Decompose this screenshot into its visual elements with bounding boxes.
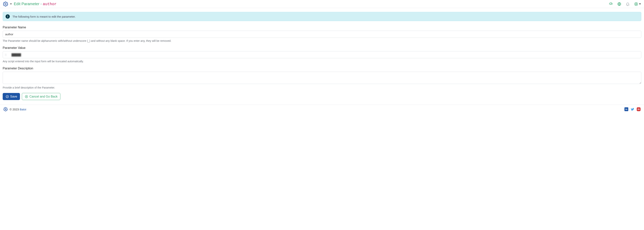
footer-copyright: © 2023 Batoi	[10, 108, 26, 111]
svg-point-0	[5, 3, 6, 4]
cancel-button-label: Cancel and Go Back	[29, 95, 58, 98]
topbar-right	[609, 2, 641, 6]
svg-point-7	[5, 109, 6, 110]
dashboard-icon[interactable]	[609, 2, 613, 6]
footer: © 2023 Batoi in m	[0, 105, 644, 114]
label-parameter-value: Parameter Value	[3, 46, 641, 50]
textarea-parameter-description[interactable]	[3, 72, 641, 84]
help-parameter-value: Any script entered into the input form w…	[3, 60, 641, 63]
topbar-left: Edit Parameter - author	[3, 2, 56, 6]
mastodon-icon[interactable]: m	[637, 107, 640, 111]
footer-brand-gear-icon[interactable]	[4, 107, 8, 111]
chevron-down-icon	[639, 4, 641, 4]
group-parameter-description: Parameter Description Provide a brief de…	[3, 67, 641, 89]
arrow-left-circle-icon	[25, 95, 28, 98]
input-parameter-value[interactable]	[3, 51, 641, 58]
user-menu[interactable]	[634, 2, 641, 6]
help-parameter-description: Provide a brief description of the Param…	[3, 86, 641, 89]
group-parameter-value: Parameter Value ∷∷ █████ Any script ente…	[3, 46, 641, 63]
page-title: Edit Parameter - author	[14, 2, 56, 6]
linkedin-icon[interactable]: in	[624, 107, 628, 111]
svg-point-5	[6, 95, 8, 98]
globe-icon[interactable]	[617, 2, 622, 6]
page-title-param: author	[43, 2, 56, 6]
label-parameter-name: Parameter Name	[3, 26, 641, 29]
footer-brand-link[interactable]: Batoi	[20, 108, 26, 111]
form-actions: Save Cancel and Go Back	[3, 93, 641, 100]
save-button-label: Save	[10, 95, 17, 98]
page-title-separator: -	[39, 2, 43, 6]
footer-social: in m	[624, 107, 640, 111]
topbar: Edit Parameter - author	[0, 0, 644, 8]
footer-copyright-text: © 2023	[10, 108, 20, 111]
info-banner: ! The following form is meant to edit th…	[3, 12, 641, 21]
footer-left: © 2023 Batoi	[4, 107, 26, 111]
cancel-button[interactable]: Cancel and Go Back	[22, 93, 60, 100]
label-parameter-description: Parameter Description	[3, 67, 641, 70]
brand-menu-caret-icon[interactable]	[10, 4, 12, 4]
svg-point-1	[611, 4, 611, 4]
save-button[interactable]: Save	[3, 93, 20, 100]
info-icon: !	[6, 14, 10, 18]
page-title-prefix: Edit Parameter	[14, 2, 39, 6]
brand-gear-icon[interactable]	[3, 2, 8, 6]
svg-point-4	[636, 3, 637, 4]
group-parameter-name: Parameter Name The Parameter name should…	[3, 26, 641, 42]
input-parameter-name[interactable]	[3, 31, 641, 38]
bell-icon[interactable]	[626, 2, 630, 6]
info-banner-text: The following form is meant to edit the …	[12, 15, 76, 18]
check-circle-icon	[6, 95, 9, 98]
twitter-icon[interactable]	[630, 107, 634, 111]
help-parameter-name: The Parameter name should be alphanumeri…	[3, 39, 641, 42]
main-content: ! The following form is meant to edit th…	[0, 8, 644, 105]
